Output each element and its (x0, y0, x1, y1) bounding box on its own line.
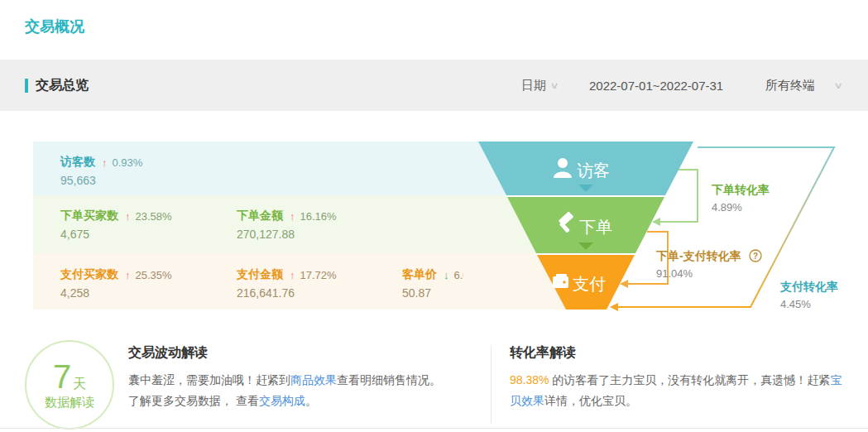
chevron-down-icon: ∨ (833, 80, 842, 91)
conversion-label: 支付转化率 (779, 280, 838, 293)
funnel-stage-label: 支付 (573, 275, 606, 293)
metric-label: 支付买家数 (60, 267, 118, 282)
metric-order-amount: 下单金额 ↑ 16.16% 270,127.88 (237, 209, 394, 241)
funnel-stage-label: 访客 (577, 161, 610, 180)
trade-composition-link[interactable]: 交易构成 (259, 394, 305, 407)
trend-up-icon: ↑ (125, 210, 131, 223)
conversion-insight-section: 转化率解读 98.38% 的访客看了主力宝贝，没有转化就离开，真遗憾！赶紧宝贝效… (510, 344, 844, 411)
conversion-value: 91.04% (656, 267, 693, 280)
metric-change: 17.72% (300, 269, 337, 281)
section-title-accent-bar (25, 79, 28, 93)
data-insight-badge: 7 天 数据解读 (25, 340, 114, 430)
terminal-filter-dropdown[interactable]: 所有终端 ∨ (765, 60, 842, 111)
trade-insight-line2: 了解更多交易数据， 查看交易构成。 (128, 391, 488, 411)
conversion-label: 下单-支付转化率 (655, 249, 741, 262)
metric-label: 下单金额 (237, 209, 283, 223)
trade-insight-section: 交易波动解读 囊中羞涩，需要加油哦！赶紧到商品效果查看明细销售情况。 了解更多交… (128, 344, 488, 411)
metric-label: 下单买家数 (60, 209, 118, 223)
page-title: 交易概况 (25, 17, 84, 36)
terminal-filter-value: 所有终端 (765, 78, 815, 94)
conversion-value: 4.45% (780, 298, 811, 310)
conversion-label: 下单转化率 (711, 183, 770, 196)
chevron-down-icon: ∨ (549, 80, 559, 91)
metric-pay-amount: 支付金额 ↑ 17.72% 216,641.76 (237, 267, 394, 300)
conversion-highlight-value: 98.38% (510, 373, 549, 386)
date-range-value[interactable]: 2022-07-01~2022-07-31 (589, 60, 723, 111)
transaction-overview-page: 交易概况 交易总览 日期 ∨ 2022-07-01~2022-07-31 所有终… (0, 0, 868, 432)
trend-up-icon: ↑ (102, 156, 108, 169)
trade-insight-line1: 囊中羞涩，需要加油哦！赶紧到商品效果查看明细销售情况。 (128, 370, 488, 391)
metric-value: 270,127.88 (237, 228, 394, 241)
section-title-wrap: 交易总览 (25, 60, 89, 111)
pay-row-band: 支付买家数 ↑ 25.35% 4,258 支付金额 ↑ 17.72% 216,6… (33, 253, 463, 310)
metric-label: 支付金额 (237, 267, 283, 282)
badge-caption: 数据解读 (45, 395, 94, 410)
order-row-band: 下单买家数 ↑ 23.58% 4,675 下单金额 ↑ 16.16% 270,1… (33, 195, 463, 253)
visitor-row-band: 访客数 ↑ 0.93% 95,663 (33, 142, 463, 195)
conversion-insight-text: 98.38% 的访客看了主力宝贝，没有转化就离开，真遗憾！赶紧宝贝效果详情，优化… (510, 370, 844, 411)
badge-number: 7 (53, 360, 71, 393)
section-header-band: 交易总览 日期 ∨ 2022-07-01~2022-07-31 所有终端 ∨ (0, 60, 868, 111)
trade-insight-title: 交易波动解读 (128, 344, 488, 362)
metric-change: 25.35% (136, 269, 172, 281)
funnel-stage-label: 下单 (579, 218, 612, 236)
conversion-value: 4.89% (712, 201, 742, 214)
metric-label: 访客数 (60, 155, 95, 170)
trend-up-icon: ↑ (125, 269, 131, 281)
conversion-insight-title: 转化率解读 (510, 344, 844, 362)
trend-up-icon: ↑ (290, 210, 295, 223)
metric-value: 4,675 (60, 228, 218, 241)
svg-text:?: ? (753, 252, 758, 261)
metric-visitors: 访客数 ↑ 0.93% 95,663 (60, 155, 218, 187)
trend-down-icon: ↓ (444, 269, 449, 281)
conversion-funnel-chart: 访客 下单 支付 下单转化率 4.89% 下单-支付转化率 ? 91.04% (463, 132, 868, 335)
metric-change: 23.58% (136, 210, 172, 223)
metric-change: 16.16% (300, 210, 337, 223)
metric-value: 4,258 (60, 286, 218, 300)
date-filter-dropdown[interactable]: 日期 ∨ (521, 60, 558, 111)
insight-divider (491, 345, 492, 424)
bottom-divider (0, 428, 868, 429)
trend-up-icon: ↑ (290, 269, 295, 281)
badge-unit: 天 (73, 376, 86, 393)
section-title: 交易总览 (36, 77, 89, 94)
date-filter-label: 日期 (521, 78, 546, 94)
metric-value: 216,641.76 (237, 286, 394, 300)
product-effect-link[interactable]: 商品效果 (290, 373, 337, 386)
metric-pay-buyers: 支付买家数 ↑ 25.35% 4,258 (60, 267, 218, 300)
metric-order-buyers: 下单买家数 ↑ 23.58% 4,675 (60, 209, 218, 241)
metric-label: 客单价 (402, 267, 437, 282)
metric-change: 0.93% (113, 156, 143, 169)
metric-value: 95,663 (60, 174, 218, 187)
